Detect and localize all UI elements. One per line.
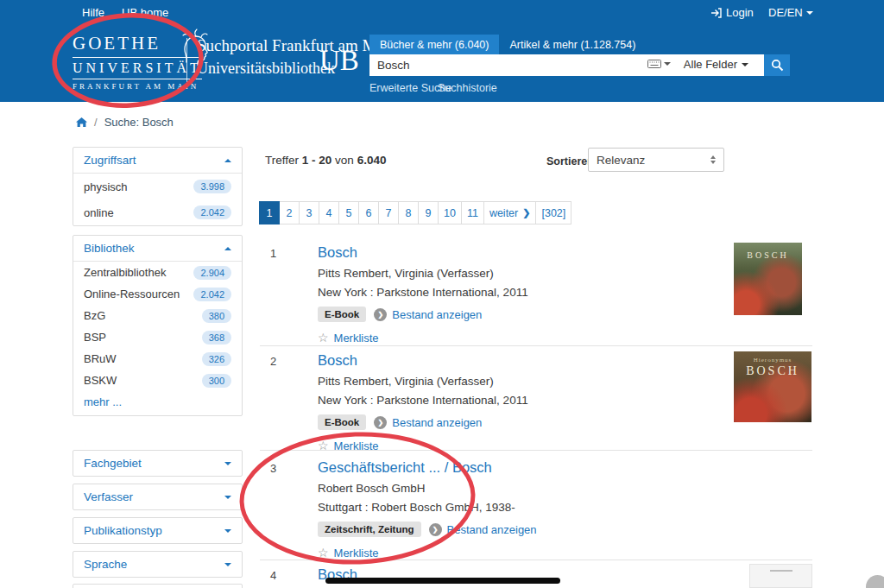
chevron-down-icon (224, 496, 231, 503)
page-button-9[interactable]: 9 (418, 201, 439, 224)
black-marker-redaction (325, 578, 560, 584)
header-divider (186, 38, 187, 83)
search-icon (771, 59, 784, 72)
facet-item-zentralbibliothek[interactable]: Zentralbibliothek 2.904 (73, 262, 242, 283)
search-field-value: Alle Felder (684, 58, 737, 71)
result-imprint: Stuttgart : Robert Bosch GmbH, 1938- (318, 501, 726, 514)
university-logo[interactable]: GOETHE UNIVERSITÄT FRANKFURT AM MAIN (73, 33, 202, 91)
result-4-cover-thumbnail[interactable] (749, 564, 812, 588)
search-submit-button[interactable] (764, 54, 790, 76)
page-button-4[interactable]: 4 (319, 201, 339, 224)
result-2-cover-thumbnail[interactable]: Hieronymus BOSCH (734, 351, 811, 422)
show-holdings-label: Bestand anzeigen (447, 523, 537, 536)
facet-publikationstyp: Publikationstyp (73, 517, 243, 544)
result-item-1: 1 Bosch Pitts Rembert, Virginia (Verfass… (260, 244, 726, 345)
result-divider (260, 345, 812, 346)
ub-wordmark: UB (319, 45, 359, 77)
sort-select[interactable]: Relevanz (588, 148, 724, 172)
facet-fachgebiet-header[interactable]: Fachgebiet (73, 451, 242, 476)
watchlist-link[interactable]: ☆ Merkliste (318, 546, 726, 560)
facet-more-link[interactable]: mehr ... (73, 391, 242, 415)
facet-item-bzg[interactable]: BzG 380 (73, 305, 242, 326)
home-icon[interactable] (76, 117, 87, 128)
search-box: Alle Felder (369, 54, 764, 76)
chevron-down-icon (224, 462, 231, 469)
login-label: Login (726, 6, 754, 19)
facet-item-online-ressourcen[interactable]: Online-Ressourcen 2.042 (73, 283, 242, 305)
facet-fachgebiet: Fachgebiet (73, 450, 243, 477)
facet-item-label: BzG (84, 309, 105, 322)
show-holdings-link[interactable]: ❯ Bestand anzeigen (374, 308, 482, 321)
result-author: Robert Bosch GmbH (318, 482, 726, 495)
page-button-5[interactable]: 5 (338, 201, 359, 224)
facet-title: Fachgebiet (84, 457, 142, 470)
ub-home-link[interactable]: UB home (122, 6, 168, 19)
result-title-link[interactable]: Geschäftsbericht ... / Bosch (318, 459, 492, 476)
show-holdings-link[interactable]: ❯ Bestand anzeigen (429, 523, 537, 536)
result-title-link[interactable]: Bosch (318, 244, 357, 261)
page-button-7[interactable]: 7 (378, 201, 399, 224)
select-arrows-icon (710, 153, 716, 167)
tab-buecher-mehr[interactable]: Bücher & mehr (6.040) (369, 35, 499, 56)
next-page-button[interactable]: weiter ❯ (483, 201, 537, 224)
facet-item-online[interactable]: online 2.042 (73, 199, 242, 225)
page-button-11[interactable]: 11 (461, 201, 484, 224)
chevron-up-icon (224, 155, 231, 162)
circle-chevron-icon: ❯ (429, 523, 442, 536)
search-history-link[interactable]: Suchhistorie (438, 82, 497, 94)
show-holdings-label: Bestand anzeigen (392, 308, 482, 321)
result-divider (260, 560, 812, 560)
portal-title: Suchportal Frankfurt am Main Universität… (197, 36, 397, 78)
last-page-button[interactable]: [302] (535, 201, 571, 224)
chevron-right-icon: ❯ (522, 207, 530, 218)
page-button-8[interactable]: 8 (398, 201, 419, 224)
page-button-10[interactable]: 10 (438, 201, 462, 224)
watchlist-link[interactable]: ☆ Merkliste (318, 331, 726, 345)
virtual-keyboard-selector[interactable] (647, 59, 671, 69)
facet-publikationstyp-header[interactable]: Publikationstyp (73, 518, 242, 543)
facet-count-badge: 2.042 (193, 205, 231, 219)
results-count-total: 6.040 (357, 154, 387, 167)
page-button-2[interactable]: 2 (279, 201, 300, 224)
facet-item-bskw[interactable]: BSKW 300 (73, 370, 242, 391)
result-imprint: New York : Parkstone International, 2011 (318, 394, 726, 407)
result-number: 2 (270, 355, 276, 368)
facet-item-label: online (84, 206, 114, 219)
facet-item-physisch[interactable]: physisch 3.998 (73, 174, 242, 199)
star-icon: ☆ (318, 546, 329, 560)
result-divider (260, 450, 812, 451)
result-1-cover-thumbnail[interactable]: BOSCH (734, 243, 802, 315)
login-button[interactable]: Login (710, 6, 754, 19)
search-field-dropdown[interactable]: Alle Felder (684, 58, 748, 71)
facet-zugriffsart-header[interactable]: Zugriffsart (73, 148, 242, 173)
facet-item-label: Online-Ressourcen (84, 288, 180, 300)
language-label: DE/EN (768, 6, 803, 19)
tab-artikel-mehr[interactable]: Artikel & mehr (1.128.754) (499, 35, 646, 56)
facet-item-label: BSP (84, 331, 106, 344)
facet-sprache-header[interactable]: Sprache (73, 552, 242, 577)
show-holdings-link[interactable]: ❯ Bestand anzeigen (374, 416, 482, 429)
facet-verfasser-header[interactable]: Verfasser (73, 484, 242, 509)
page-button-6[interactable]: 6 (358, 201, 379, 224)
facet-item-bsp[interactable]: BSP 368 (73, 326, 242, 348)
language-switcher[interactable]: DE/EN (768, 6, 813, 19)
floating-button-partial[interactable] (866, 575, 884, 588)
result-number: 4 (270, 569, 276, 582)
facet-body: Zentralbibliothek 2.904 Online-Ressource… (73, 261, 242, 415)
header: Hilfe UB home Login DE/EN GOETHE UNIVERS… (0, 0, 884, 102)
facet-item-label: Zentralbibliothek (84, 266, 166, 279)
facet-bibliothek-header[interactable]: Bibliothek (73, 236, 242, 261)
format-badge: E-Book (318, 414, 366, 430)
facet-count-badge: 2.042 (193, 288, 231, 301)
help-link[interactable]: Hilfe (82, 6, 104, 19)
star-icon: ☆ (318, 331, 329, 345)
facet-item-bruw[interactable]: BRuW 326 (73, 348, 242, 370)
pagination: 1 2 3 4 5 6 7 8 9 10 11 weiter ❯ [302] (260, 201, 571, 224)
chevron-down-icon (806, 11, 813, 18)
result-number: 3 (270, 462, 276, 475)
page-button-3[interactable]: 3 (299, 201, 319, 224)
facet-count-badge: 326 (202, 352, 231, 366)
result-title-link[interactable]: Bosch (318, 352, 357, 369)
page-button-1[interactable]: 1 (259, 201, 280, 224)
facet-title: Verfasser (84, 490, 133, 503)
